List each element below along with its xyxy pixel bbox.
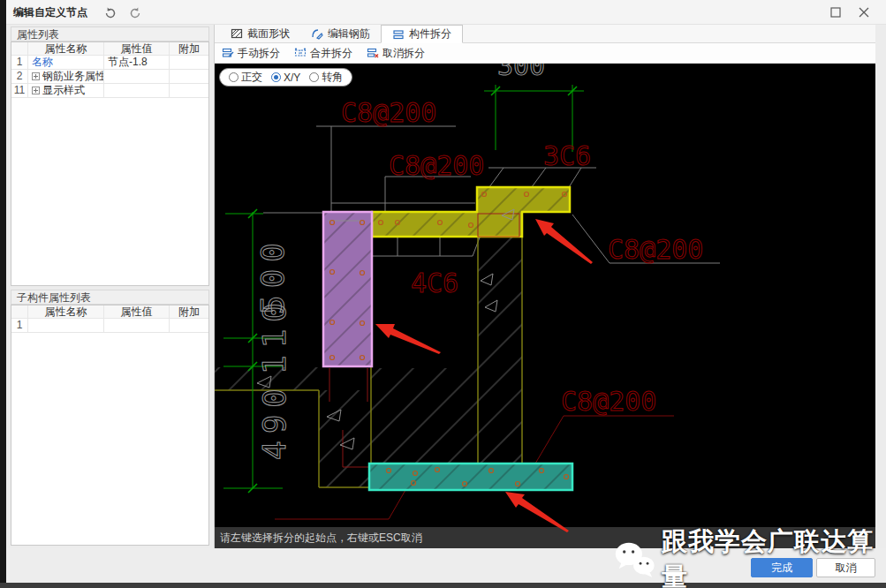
col-attr-value: 属性值	[104, 305, 170, 318]
cancel-split-button[interactable]: 取消拆分	[367, 46, 425, 61]
property-table-header: 属性名称 属性值 附加	[11, 42, 208, 56]
editor-panel: 截面形状 编辑钢筋 构件拆分 手动拆分 合并拆分 取消拆分	[215, 25, 875, 548]
col-attr-extra: 附加	[170, 42, 208, 55]
snap-mode-group: 正交 X/Y 转角	[219, 68, 352, 87]
radio-label: 转角	[322, 70, 343, 85]
dialog-title: 编辑自定义节点	[13, 0, 87, 25]
status-message: 请左键选择拆分的起始点，右键或ESC取消	[220, 531, 422, 544]
sub-property-table-header: 属性名称 属性值 附加	[11, 305, 208, 319]
sub-property-table: 属性名称 属性值 附加 1	[11, 305, 209, 546]
screen-bottom-edge	[0, 583, 886, 588]
finish-button[interactable]: 完成	[751, 558, 813, 577]
merge-split-button[interactable]: 合并拆分	[294, 46, 352, 61]
edit-rebar-icon	[311, 27, 323, 40]
tabbar: 截面形状 编辑钢筋 构件拆分	[215, 25, 875, 43]
split-toolbar: 手动拆分 合并拆分 取消拆分	[215, 43, 875, 64]
manual-split-icon	[222, 47, 234, 59]
tab-label: 截面形状	[247, 26, 290, 41]
radio-orthogonal[interactable]: 正交	[229, 70, 262, 85]
row-name-label: 显示样式	[42, 84, 85, 97]
table-row[interactable]: 1 名称 节点-1.8	[11, 56, 208, 70]
table-row[interactable]: 1	[11, 319, 208, 333]
cancel-split-icon	[367, 47, 379, 59]
status-bar: 请左键选择拆分的起始点，右键或ESC取消	[215, 527, 875, 548]
property-table: 属性名称 属性值 附加 1 名称 节点-1.8 2 钢筋业务属性 11 显示样式	[11, 41, 209, 286]
screen-left-edge	[0, 0, 6, 588]
radio-circle	[309, 72, 319, 82]
tool-label: 取消拆分	[382, 46, 425, 61]
radio-corner[interactable]: 转角	[309, 70, 343, 85]
col-attr-name: 属性名称	[28, 305, 104, 318]
maximize-button[interactable]	[828, 5, 844, 19]
merge-split-icon	[294, 47, 307, 59]
dialog-footer: 完成 取消	[6, 548, 886, 583]
tool-label: 合并拆分	[310, 46, 352, 61]
tab-component-split[interactable]: 构件拆分	[381, 25, 463, 43]
radio-circle	[229, 72, 239, 82]
row-value[interactable]	[104, 84, 170, 97]
table-row[interactable]: 2 钢筋业务属性	[11, 70, 208, 84]
expand-icon[interactable]	[32, 87, 40, 94]
section-shape-icon	[231, 27, 243, 40]
expand-icon[interactable]	[32, 72, 40, 80]
radio-xy[interactable]: X/Y	[271, 72, 300, 84]
manual-split-button[interactable]: 手动拆分	[222, 46, 280, 61]
row-name-label[interactable]: 名称	[32, 56, 53, 69]
tab-label: 编辑钢筋	[328, 26, 370, 41]
row-name-label: 钢筋业务属性	[42, 70, 104, 83]
tab-label: 构件拆分	[409, 26, 451, 41]
col-attr-name: 属性名称	[28, 42, 104, 55]
tab-edit-rebar[interactable]: 编辑钢筋	[300, 25, 381, 42]
close-button[interactable]	[856, 5, 872, 19]
edit-custom-node-dialog: 编辑自定义节点 属性列表 属性名称 属性值 附加 1 名称 节点-1.	[0, 0, 886, 588]
tool-label: 手动拆分	[238, 46, 280, 61]
radio-label: 正交	[241, 70, 262, 85]
sub-property-list-title: 子构件属性列表	[11, 290, 209, 305]
row-value[interactable]: 节点-1.8	[104, 56, 170, 69]
col-attr-extra: 附加	[170, 305, 208, 318]
cad-canvas[interactable]	[215, 64, 875, 527]
radio-label: X/Y	[284, 72, 300, 84]
row-value[interactable]	[104, 70, 170, 83]
property-list-title: 属性列表	[11, 26, 209, 41]
titlebar: 编辑自定义节点	[6, 0, 886, 25]
undo-icon[interactable]	[103, 6, 117, 20]
table-row[interactable]: 11 显示样式	[11, 84, 208, 98]
tab-section-shape[interactable]: 截面形状	[220, 25, 300, 42]
component-split-icon	[392, 28, 405, 41]
radio-circle	[271, 72, 281, 82]
cancel-button[interactable]: 取消	[816, 558, 875, 577]
property-panel: 属性列表 属性名称 属性值 附加 1 名称 节点-1.8 2 钢筋业务属性	[6, 25, 215, 548]
col-attr-value: 属性值	[104, 42, 170, 55]
redo-icon[interactable]	[128, 6, 142, 20]
